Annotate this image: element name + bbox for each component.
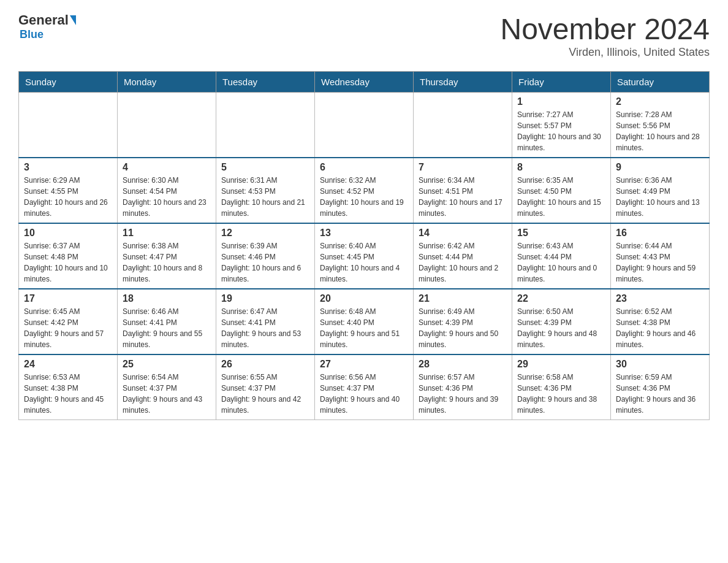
calendar-day-cell: 17Sunrise: 6:45 AM Sunset: 4:42 PM Dayli… (19, 289, 118, 354)
day-number: 22 (517, 293, 605, 304)
day-number: 11 (123, 228, 211, 239)
calendar-day-cell: 8Sunrise: 6:35 AM Sunset: 4:50 PM Daylig… (512, 158, 611, 223)
calendar-day-cell: 14Sunrise: 6:42 AM Sunset: 4:44 PM Dayli… (414, 223, 512, 289)
day-sun-info: Sunrise: 6:36 AM Sunset: 4:49 PM Dayligh… (616, 175, 704, 219)
calendar-week-row: 24Sunrise: 6:53 AM Sunset: 4:38 PM Dayli… (19, 354, 710, 420)
calendar-day-cell: 5Sunrise: 6:31 AM Sunset: 4:53 PM Daylig… (216, 158, 315, 223)
day-of-week-header: Thursday (414, 72, 512, 93)
day-sun-info: Sunrise: 6:48 AM Sunset: 4:40 PM Dayligh… (320, 306, 408, 350)
day-of-week-header: Friday (512, 72, 611, 93)
logo: General Blue (18, 12, 77, 41)
day-sun-info: Sunrise: 6:54 AM Sunset: 4:37 PM Dayligh… (123, 372, 211, 416)
day-sun-info: Sunrise: 6:42 AM Sunset: 4:44 PM Dayligh… (419, 240, 507, 285)
calendar-day-cell: 30Sunrise: 6:59 AM Sunset: 4:36 PM Dayli… (611, 354, 710, 420)
day-sun-info: Sunrise: 6:29 AM Sunset: 4:55 PM Dayligh… (24, 175, 112, 219)
day-sun-info: Sunrise: 6:31 AM Sunset: 4:53 PM Dayligh… (221, 175, 309, 219)
day-number: 27 (320, 359, 408, 370)
day-number: 25 (123, 359, 211, 370)
day-number: 28 (419, 359, 507, 370)
logo-general-text: General (18, 12, 69, 28)
day-number: 16 (616, 228, 704, 239)
calendar-day-cell: 15Sunrise: 6:43 AM Sunset: 4:44 PM Dayli… (512, 223, 611, 289)
day-sun-info: Sunrise: 6:43 AM Sunset: 4:44 PM Dayligh… (517, 240, 605, 285)
day-sun-info: Sunrise: 6:59 AM Sunset: 4:36 PM Dayligh… (616, 372, 704, 416)
calendar-day-cell: 20Sunrise: 6:48 AM Sunset: 4:40 PM Dayli… (315, 289, 414, 354)
calendar-day-cell: 21Sunrise: 6:49 AM Sunset: 4:39 PM Dayli… (414, 289, 512, 354)
calendar-day-cell: 6Sunrise: 6:32 AM Sunset: 4:52 PM Daylig… (315, 158, 414, 223)
calendar-day-cell (118, 93, 216, 158)
calendar-day-cell: 1Sunrise: 7:27 AM Sunset: 5:57 PM Daylig… (512, 93, 611, 158)
calendar-day-cell: 28Sunrise: 6:57 AM Sunset: 4:36 PM Dayli… (414, 354, 512, 420)
calendar-day-cell: 7Sunrise: 6:34 AM Sunset: 4:51 PM Daylig… (414, 158, 512, 223)
calendar-day-cell: 9Sunrise: 6:36 AM Sunset: 4:49 PM Daylig… (611, 158, 710, 223)
day-number: 19 (221, 293, 309, 304)
day-of-week-header: Saturday (611, 72, 710, 93)
day-number: 29 (517, 359, 605, 370)
page-header: General Blue November 2024 Virden, Illin… (18, 12, 710, 59)
day-number: 15 (517, 228, 605, 239)
day-sun-info: Sunrise: 6:35 AM Sunset: 4:50 PM Dayligh… (517, 175, 605, 219)
day-number: 5 (221, 162, 309, 173)
day-sun-info: Sunrise: 6:49 AM Sunset: 4:39 PM Dayligh… (419, 306, 507, 350)
month-title: November 2024 (500, 12, 710, 46)
day-number: 6 (320, 162, 408, 173)
day-sun-info: Sunrise: 6:55 AM Sunset: 4:37 PM Dayligh… (221, 372, 309, 416)
day-number: 26 (221, 359, 309, 370)
day-of-week-header: Monday (118, 72, 216, 93)
day-of-week-header: Sunday (19, 72, 118, 93)
day-sun-info: Sunrise: 6:44 AM Sunset: 4:43 PM Dayligh… (616, 240, 704, 285)
calendar-day-cell (315, 93, 414, 158)
day-sun-info: Sunrise: 6:56 AM Sunset: 4:37 PM Dayligh… (320, 372, 408, 416)
day-number: 2 (616, 96, 704, 107)
day-sun-info: Sunrise: 6:38 AM Sunset: 4:47 PM Dayligh… (123, 240, 211, 285)
day-sun-info: Sunrise: 6:45 AM Sunset: 4:42 PM Dayligh… (24, 306, 112, 350)
calendar-day-cell: 22Sunrise: 6:50 AM Sunset: 4:39 PM Dayli… (512, 289, 611, 354)
calendar-week-row: 3Sunrise: 6:29 AM Sunset: 4:55 PM Daylig… (19, 158, 710, 223)
calendar-table: SundayMondayTuesdayWednesdayThursdayFrid… (18, 71, 710, 420)
title-section: November 2024 Virden, Illinois, United S… (500, 12, 710, 59)
day-sun-info: Sunrise: 6:58 AM Sunset: 4:36 PM Dayligh… (517, 372, 605, 416)
day-number: 17 (24, 293, 112, 304)
calendar-day-cell: 4Sunrise: 6:30 AM Sunset: 4:54 PM Daylig… (118, 158, 216, 223)
day-of-week-header: Wednesday (315, 72, 414, 93)
day-number: 24 (24, 359, 112, 370)
day-number: 10 (24, 228, 112, 239)
day-sun-info: Sunrise: 7:28 AM Sunset: 5:56 PM Dayligh… (616, 109, 704, 153)
calendar-day-cell (19, 93, 118, 158)
calendar-day-cell: 3Sunrise: 6:29 AM Sunset: 4:55 PM Daylig… (19, 158, 118, 223)
calendar-week-row: 1Sunrise: 7:27 AM Sunset: 5:57 PM Daylig… (19, 93, 710, 158)
location-text: Virden, Illinois, United States (500, 46, 710, 59)
calendar-day-cell: 24Sunrise: 6:53 AM Sunset: 4:38 PM Dayli… (19, 354, 118, 420)
day-sun-info: Sunrise: 6:34 AM Sunset: 4:51 PM Dayligh… (419, 175, 507, 219)
day-sun-info: Sunrise: 6:53 AM Sunset: 4:38 PM Dayligh… (24, 372, 112, 416)
calendar-day-cell (414, 93, 512, 158)
day-number: 7 (419, 162, 507, 173)
day-sun-info: Sunrise: 6:39 AM Sunset: 4:46 PM Dayligh… (221, 240, 309, 285)
logo-triangle-icon (70, 15, 76, 25)
calendar-day-cell: 10Sunrise: 6:37 AM Sunset: 4:48 PM Dayli… (19, 223, 118, 289)
day-sun-info: Sunrise: 6:52 AM Sunset: 4:38 PM Dayligh… (616, 306, 704, 350)
calendar-week-row: 17Sunrise: 6:45 AM Sunset: 4:42 PM Dayli… (19, 289, 710, 354)
day-number: 4 (123, 162, 211, 173)
calendar-day-cell: 12Sunrise: 6:39 AM Sunset: 4:46 PM Dayli… (216, 223, 315, 289)
calendar-day-cell: 2Sunrise: 7:28 AM Sunset: 5:56 PM Daylig… (611, 93, 710, 158)
calendar-week-row: 10Sunrise: 6:37 AM Sunset: 4:48 PM Dayli… (19, 223, 710, 289)
calendar-day-cell: 25Sunrise: 6:54 AM Sunset: 4:37 PM Dayli… (118, 354, 216, 420)
day-number: 8 (517, 162, 605, 173)
calendar-day-cell: 11Sunrise: 6:38 AM Sunset: 4:47 PM Dayli… (118, 223, 216, 289)
day-sun-info: Sunrise: 6:30 AM Sunset: 4:54 PM Dayligh… (123, 175, 211, 219)
day-number: 14 (419, 228, 507, 239)
day-number: 23 (616, 293, 704, 304)
calendar-day-cell (216, 93, 315, 158)
day-number: 30 (616, 359, 704, 370)
day-number: 9 (616, 162, 704, 173)
day-number: 3 (24, 162, 112, 173)
calendar-day-cell: 26Sunrise: 6:55 AM Sunset: 4:37 PM Dayli… (216, 354, 315, 420)
logo-blue-text: Blue (20, 28, 44, 41)
calendar-day-cell: 27Sunrise: 6:56 AM Sunset: 4:37 PM Dayli… (315, 354, 414, 420)
day-sun-info: Sunrise: 6:37 AM Sunset: 4:48 PM Dayligh… (24, 240, 112, 285)
day-number: 13 (320, 228, 408, 239)
calendar-header-row: SundayMondayTuesdayWednesdayThursdayFrid… (19, 72, 710, 93)
day-sun-info: Sunrise: 6:32 AM Sunset: 4:52 PM Dayligh… (320, 175, 408, 219)
calendar-day-cell: 18Sunrise: 6:46 AM Sunset: 4:41 PM Dayli… (118, 289, 216, 354)
